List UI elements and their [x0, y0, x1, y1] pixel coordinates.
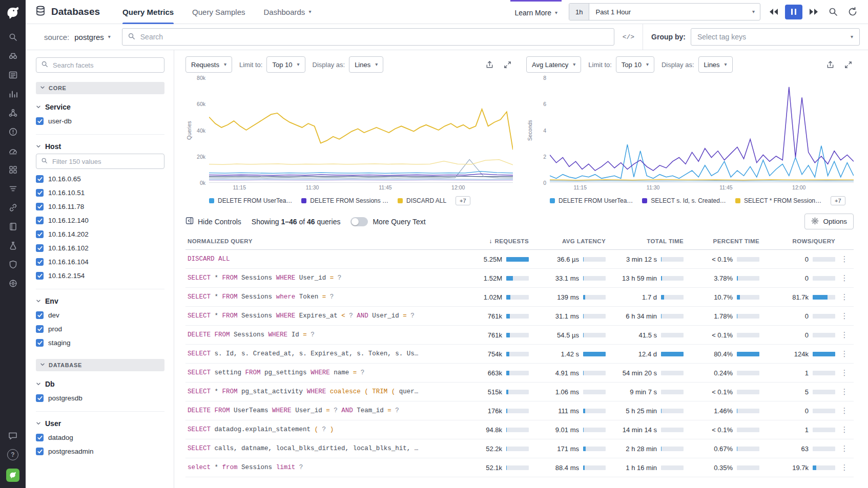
- facet-section-header-core[interactable]: CORE: [36, 82, 164, 94]
- bits-avatar[interactable]: [6, 469, 19, 482]
- timeseries-plot[interactable]: 11:1511:3011:4512:00: [550, 78, 854, 183]
- checkbox-checked[interactable]: [36, 244, 44, 252]
- display-select[interactable]: Lines▾: [349, 56, 383, 73]
- legend-item[interactable]: SELECT s. Id, s. Created…: [642, 197, 726, 204]
- row-actions-menu[interactable]: ⋮: [835, 349, 854, 358]
- legend-item[interactable]: DISCARD ALL: [398, 197, 446, 204]
- facet-value-10.16.16.102[interactable]: 10.16.16.102: [36, 241, 164, 255]
- monitors-alert-icon[interactable]: [7, 126, 18, 137]
- watchdog-icon[interactable]: [7, 51, 18, 61]
- query-search-box[interactable]: [122, 28, 614, 46]
- checkbox-checked[interactable]: [36, 394, 44, 402]
- settings-target-icon[interactable]: [7, 278, 18, 288]
- export-icon[interactable]: [825, 59, 836, 70]
- table-row[interactable]: select * from Sessions limit ?52.1k88.4 …: [185, 458, 854, 477]
- facet-group-header-user[interactable]: User: [36, 419, 164, 428]
- checkbox-checked[interactable]: [36, 325, 44, 333]
- legend-item[interactable]: DELETE FROM Sessions …: [301, 197, 388, 204]
- facet-search-box[interactable]: [36, 57, 164, 73]
- facet-value-dev[interactable]: dev: [36, 308, 164, 322]
- table-row[interactable]: SELECT * FROM Sessions WHERE Expires_at …: [185, 307, 854, 326]
- legend-more-badge[interactable]: +7: [456, 196, 470, 205]
- legend-more-badge[interactable]: +7: [831, 196, 845, 205]
- checkbox-checked[interactable]: [36, 117, 44, 125]
- group-by-select[interactable]: Select tag keys ▾: [691, 28, 860, 46]
- time-range-picker[interactable]: 1h Past 1 Hour ▾: [569, 3, 760, 20]
- table-row[interactable]: SELECT s. Id, s. Created_at, s. Expires_…: [185, 345, 854, 364]
- toggle-switch[interactable]: [350, 217, 368, 226]
- facet-value-prod[interactable]: prod: [36, 322, 164, 336]
- facet-filter-box[interactable]: [36, 154, 164, 169]
- checkbox-checked[interactable]: [36, 217, 44, 224]
- tab-query-metrics[interactable]: Query Metrics: [122, 0, 174, 24]
- rewind-button[interactable]: [768, 7, 780, 17]
- facet-value-user-db[interactable]: user-db: [36, 114, 164, 128]
- column-header-percent-time[interactable]: PERCENT TIME: [684, 238, 759, 244]
- table-row[interactable]: DISCARD ALL5.25M36.6 µs3 min 12 s< 0.1%0…: [185, 250, 854, 269]
- checkbox-checked[interactable]: [36, 258, 44, 266]
- facet-value-10.16.11.78[interactable]: 10.16.11.78: [36, 200, 164, 214]
- search-input[interactable]: [139, 32, 609, 41]
- integrations-icon[interactable]: [7, 164, 18, 175]
- facet-filter-input[interactable]: [51, 157, 159, 166]
- tab-query-samples[interactable]: Query Samples: [192, 0, 245, 24]
- table-row[interactable]: SELECT calls, datname, local_blks_dirtie…: [185, 439, 854, 458]
- expand-icon[interactable]: [843, 59, 854, 70]
- facet-value-postgresdb[interactable]: postgresdb: [36, 391, 164, 405]
- checkbox-checked[interactable]: [36, 203, 44, 210]
- hide-controls-button[interactable]: Hide Controls: [185, 217, 241, 226]
- more-query-text-toggle[interactable]: More Query Text: [350, 217, 425, 226]
- filters-icon[interactable]: [7, 183, 18, 194]
- column-header-total-time[interactable]: TOTAL TIME: [606, 238, 684, 244]
- checkbox-checked[interactable]: [36, 189, 44, 197]
- table-row[interactable]: SELECT * FROM Sessions WHERE User_id = ?…: [185, 269, 854, 288]
- row-actions-menu[interactable]: ⋮: [835, 330, 854, 340]
- table-row[interactable]: SELECT * FROM pg_stat_activity WHERE coa…: [185, 383, 854, 401]
- datadog-logo[interactable]: [4, 4, 22, 22]
- pause-button[interactable]: [785, 5, 802, 19]
- row-actions-menu[interactable]: ⋮: [835, 406, 854, 415]
- links-icon[interactable]: [7, 202, 18, 213]
- checkbox-checked[interactable]: [36, 448, 44, 455]
- row-actions-menu[interactable]: ⋮: [835, 368, 854, 377]
- row-actions-menu[interactable]: ⋮: [835, 387, 854, 396]
- notebooks-icon[interactable]: [7, 221, 18, 231]
- apm-gauge-icon[interactable]: [7, 145, 18, 156]
- checkbox-checked[interactable]: [36, 434, 44, 441]
- facet-value-10.16.10.51[interactable]: 10.16.10.51: [36, 186, 164, 200]
- facet-value-staging[interactable]: staging: [36, 336, 164, 350]
- source-select[interactable]: postgres ▾: [74, 33, 111, 41]
- table-row[interactable]: DELETE FROM UserTeams WHERE User_id = ? …: [185, 401, 854, 420]
- facet-group-header-db[interactable]: Db: [36, 380, 164, 388]
- metrics-icon[interactable]: [7, 89, 18, 99]
- metric-select[interactable]: Requests▾: [185, 56, 232, 73]
- search-button[interactable]: [827, 6, 839, 18]
- checkbox-checked[interactable]: [36, 311, 44, 319]
- row-actions-menu[interactable]: ⋮: [835, 463, 854, 472]
- legend-item[interactable]: DELETE FROM UserTea…: [209, 197, 292, 204]
- facet-group-header-host[interactable]: Host: [36, 142, 164, 151]
- checkbox-checked[interactable]: [36, 230, 44, 238]
- row-actions-menu[interactable]: ⋮: [835, 425, 854, 434]
- options-button[interactable]: Options: [804, 214, 854, 229]
- refresh-button[interactable]: [846, 6, 859, 18]
- facet-value-10.16.12.140[interactable]: 10.16.12.140: [36, 214, 164, 227]
- legend-item[interactable]: DELETE FROM UserTea…: [550, 197, 633, 204]
- row-actions-menu[interactable]: ⋮: [835, 311, 854, 321]
- limit-select[interactable]: Top 10▾: [616, 56, 654, 73]
- facet-section-header-database[interactable]: DATABASE: [36, 359, 164, 371]
- timeseries-plot[interactable]: 11:1511:3011:4512:00: [209, 78, 513, 183]
- facet-value-10.16.2.154[interactable]: 10.16.2.154: [36, 269, 164, 283]
- learn-more-dropdown[interactable]: Learn More ▾: [510, 0, 562, 24]
- row-actions-menu[interactable]: ⋮: [835, 273, 854, 283]
- table-row[interactable]: SELECT datadog.explain_statement ( ? )94…: [185, 420, 854, 439]
- facet-group-header-service[interactable]: Service: [36, 103, 164, 111]
- column-header-avg-latency[interactable]: AVG LATENCY: [529, 238, 606, 244]
- checkbox-checked[interactable]: [36, 175, 44, 183]
- column-header-requests[interactable]: ↓REQUESTS: [456, 238, 529, 245]
- code-view-button[interactable]: </>: [619, 33, 637, 41]
- tab-dashboards[interactable]: Dashboards▾: [263, 0, 311, 24]
- facet-value-postgresadmin[interactable]: postgresadmin: [36, 444, 164, 458]
- table-row[interactable]: SELECT setting FROM pg_settings WHERE na…: [185, 364, 854, 383]
- row-actions-menu[interactable]: ⋮: [835, 292, 854, 302]
